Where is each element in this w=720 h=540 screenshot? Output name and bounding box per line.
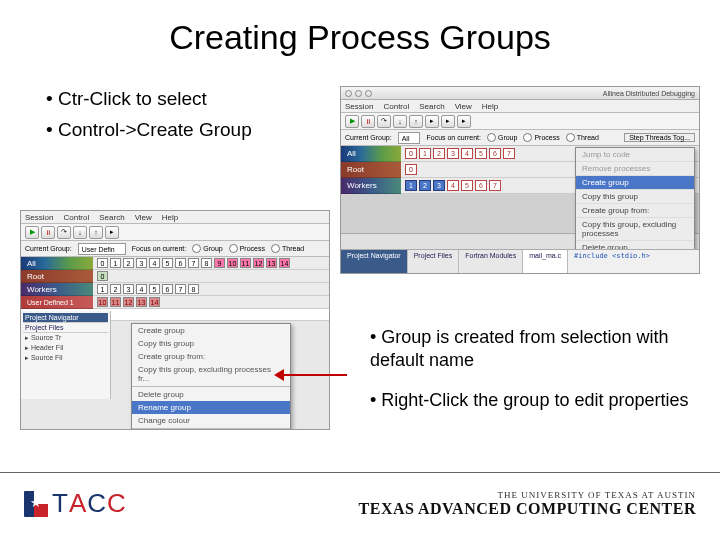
menu-copy-group[interactable]: Copy this group xyxy=(132,337,290,350)
process-chip[interactable]: 12 xyxy=(123,297,134,307)
tree-item[interactable]: ▸ Header Fil xyxy=(23,343,108,353)
menu-search[interactable]: Search xyxy=(99,213,124,222)
process-chip[interactable]: 3 xyxy=(433,180,445,191)
step-into-icon[interactable]: ↓ xyxy=(393,115,407,128)
group-root[interactable]: Root xyxy=(21,270,93,283)
play-icon[interactable]: ▶ xyxy=(25,226,39,239)
radio-group[interactable]: Group xyxy=(487,133,517,142)
process-chip[interactable]: 11 xyxy=(110,297,121,307)
process-chip[interactable]: 8 xyxy=(188,284,199,294)
menu-create-group-from[interactable]: Create group from: xyxy=(132,350,290,363)
process-chip[interactable]: 2 xyxy=(123,258,134,268)
process-chip[interactable]: 10 xyxy=(97,297,108,307)
step-icon[interactable]: ▸ xyxy=(425,115,439,128)
menu-search[interactable]: Search xyxy=(419,102,444,111)
step-icon[interactable]: ↓ xyxy=(73,226,87,239)
process-chip[interactable]: 12 xyxy=(253,258,264,268)
step-out-icon[interactable]: ↑ xyxy=(409,115,423,128)
tab-project-files[interactable]: Project Files xyxy=(408,250,460,273)
process-chip[interactable]: 4 xyxy=(149,258,160,268)
zoom-icon[interactable] xyxy=(365,90,372,97)
tree-item[interactable]: ▸ Source Fil xyxy=(23,353,108,363)
menu-copy-excluding[interactable]: Copy this group, excluding processes fr.… xyxy=(132,363,290,385)
process-chip[interactable]: 3 xyxy=(447,148,459,159)
process-chip[interactable]: 7 xyxy=(188,258,199,268)
process-chip[interactable]: 0 xyxy=(97,258,108,268)
process-chip[interactable]: 5 xyxy=(149,284,160,294)
process-chip[interactable]: 4 xyxy=(461,148,473,159)
menu-rename-group[interactable]: Rename group xyxy=(132,401,290,414)
menu-create-group-from[interactable]: Create group from: xyxy=(576,204,694,218)
group-root[interactable]: Root xyxy=(341,162,401,178)
process-chip[interactable]: 14 xyxy=(149,297,160,307)
group-all[interactable]: All xyxy=(21,257,93,270)
group-workers[interactable]: Workers xyxy=(21,283,93,296)
process-chip[interactable]: 1 xyxy=(110,258,121,268)
step-threads-button[interactable]: Step Threads Tog... xyxy=(624,133,695,142)
group-all[interactable]: All xyxy=(341,146,401,162)
menu-jump-to-code[interactable]: Jump to code xyxy=(576,148,694,162)
menu-control[interactable]: Control xyxy=(383,102,409,111)
radio-process[interactable]: Process xyxy=(523,133,559,142)
menu-copy-excluding[interactable]: Copy this group, excluding processes xyxy=(576,218,694,241)
menu-view[interactable]: View xyxy=(135,213,152,222)
group-user-defined[interactable]: User Defined 1 xyxy=(21,296,93,309)
minimize-icon[interactable] xyxy=(355,90,362,97)
process-chip[interactable]: 14 xyxy=(279,258,290,268)
menu-create-group[interactable]: Create group xyxy=(132,324,290,337)
play-icon[interactable]: ▶ xyxy=(345,115,359,128)
process-chip[interactable]: 1 xyxy=(419,148,431,159)
process-chip[interactable]: 13 xyxy=(136,297,147,307)
step-icon[interactable]: ▸ xyxy=(105,226,119,239)
step-icon[interactable]: ▸ xyxy=(457,115,471,128)
process-chip[interactable]: 10 xyxy=(227,258,238,268)
process-chip[interactable]: 13 xyxy=(266,258,277,268)
tree-item[interactable]: ▸ Source Tr xyxy=(23,333,108,343)
current-group-combo[interactable]: All xyxy=(398,132,421,144)
radio-thread[interactable]: Thread xyxy=(566,133,599,142)
process-chip[interactable]: 6 xyxy=(175,258,186,268)
process-chip[interactable]: 2 xyxy=(433,148,445,159)
process-chip[interactable]: 6 xyxy=(162,284,173,294)
process-chip[interactable]: 1 xyxy=(97,284,108,294)
process-chip[interactable]: 0 xyxy=(97,271,108,281)
tab-project-navigator[interactable]: Project Navigator xyxy=(23,313,108,323)
step-icon[interactable]: ↑ xyxy=(89,226,103,239)
menu-view[interactable]: View xyxy=(455,102,472,111)
process-chip[interactable]: 0 xyxy=(405,164,417,175)
group-workers[interactable]: Workers xyxy=(341,178,401,194)
menu-delete-group[interactable]: Delete group xyxy=(132,388,290,401)
tab-project-files[interactable]: Project Files xyxy=(23,323,108,333)
menu-copy-group[interactable]: Copy this group xyxy=(576,190,694,204)
radio-group[interactable]: Group xyxy=(192,244,222,253)
process-chip[interactable]: 4 xyxy=(136,284,147,294)
process-chip[interactable]: 2 xyxy=(419,180,431,191)
menu-session[interactable]: Session xyxy=(25,213,53,222)
process-chip[interactable]: 2 xyxy=(110,284,121,294)
menu-control[interactable]: Control xyxy=(63,213,89,222)
menu-help[interactable]: Help xyxy=(482,102,498,111)
process-chip[interactable]: 3 xyxy=(136,258,147,268)
radio-process[interactable]: Process xyxy=(229,244,265,253)
process-chip[interactable]: 5 xyxy=(461,180,473,191)
menu-create-group[interactable]: Create group xyxy=(576,176,694,190)
tab-project-navigator[interactable]: Project Navigator xyxy=(341,250,408,273)
pause-icon[interactable]: ⏸ xyxy=(361,115,375,128)
pause-icon[interactable]: ⏸ xyxy=(41,226,55,239)
process-chip[interactable]: 6 xyxy=(489,148,501,159)
process-chip[interactable]: 6 xyxy=(475,180,487,191)
step-over-icon[interactable]: ↷ xyxy=(377,115,391,128)
process-chip[interactable]: 1 xyxy=(405,180,417,191)
menu-remove-processes[interactable]: Remove processes xyxy=(576,162,694,176)
radio-thread[interactable]: Thread xyxy=(271,244,304,253)
process-chip[interactable]: 0 xyxy=(405,148,417,159)
step-icon[interactable]: ▸ xyxy=(441,115,455,128)
process-chip[interactable]: 4 xyxy=(447,180,459,191)
process-chip[interactable]: 5 xyxy=(162,258,173,268)
process-chip[interactable]: 8 xyxy=(201,258,212,268)
menu-session[interactable]: Session xyxy=(345,102,373,111)
menu-change-colour[interactable]: Change colour xyxy=(132,414,290,427)
process-chip[interactable]: 7 xyxy=(489,180,501,191)
step-icon[interactable]: ↷ xyxy=(57,226,71,239)
process-chip[interactable]: 7 xyxy=(503,148,515,159)
